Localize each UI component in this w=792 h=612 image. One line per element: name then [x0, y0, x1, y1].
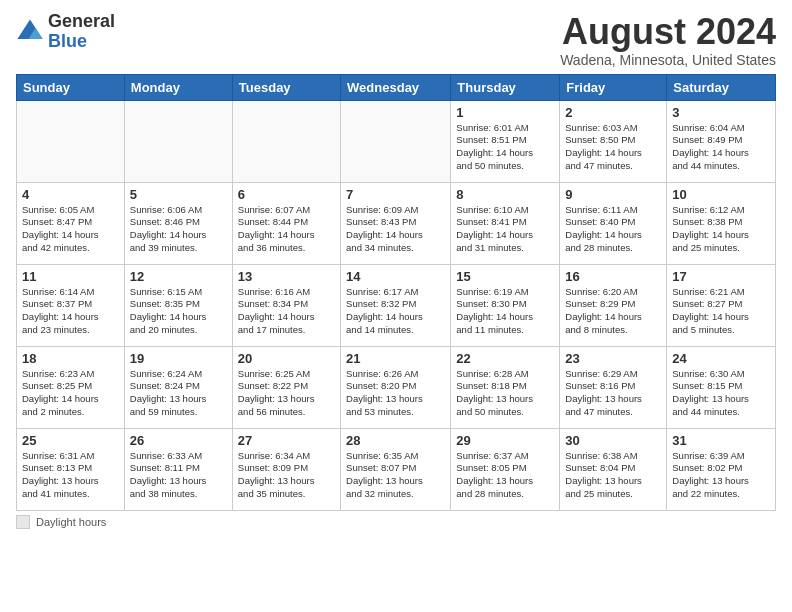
day-info: Sunrise: 6:15 AM Sunset: 8:35 PM Dayligh…	[130, 286, 227, 337]
day-info: Sunrise: 6:05 AM Sunset: 8:47 PM Dayligh…	[22, 204, 119, 255]
calendar-cell: 25Sunrise: 6:31 AM Sunset: 8:13 PM Dayli…	[17, 428, 125, 510]
week-row-4: 25Sunrise: 6:31 AM Sunset: 8:13 PM Dayli…	[17, 428, 776, 510]
day-info: Sunrise: 6:25 AM Sunset: 8:22 PM Dayligh…	[238, 368, 335, 419]
day-number: 25	[22, 433, 119, 448]
logo-general: General	[48, 12, 115, 32]
calendar-cell	[124, 100, 232, 182]
day-info: Sunrise: 6:06 AM Sunset: 8:46 PM Dayligh…	[130, 204, 227, 255]
header: General Blue August 2024 Wadena, Minneso…	[0, 0, 792, 74]
day-info: Sunrise: 6:39 AM Sunset: 8:02 PM Dayligh…	[672, 450, 770, 501]
calendar-cell: 7Sunrise: 6:09 AM Sunset: 8:43 PM Daylig…	[341, 182, 451, 264]
week-row-0: 1Sunrise: 6:01 AM Sunset: 8:51 PM Daylig…	[17, 100, 776, 182]
day-number: 11	[22, 269, 119, 284]
calendar-cell: 14Sunrise: 6:17 AM Sunset: 8:32 PM Dayli…	[341, 264, 451, 346]
day-info: Sunrise: 6:17 AM Sunset: 8:32 PM Dayligh…	[346, 286, 445, 337]
calendar-cell: 9Sunrise: 6:11 AM Sunset: 8:40 PM Daylig…	[560, 182, 667, 264]
calendar-cell: 18Sunrise: 6:23 AM Sunset: 8:25 PM Dayli…	[17, 346, 125, 428]
calendar-cell: 31Sunrise: 6:39 AM Sunset: 8:02 PM Dayli…	[667, 428, 776, 510]
calendar-cell: 28Sunrise: 6:35 AM Sunset: 8:07 PM Dayli…	[341, 428, 451, 510]
calendar-cell	[17, 100, 125, 182]
day-info: Sunrise: 6:38 AM Sunset: 8:04 PM Dayligh…	[565, 450, 661, 501]
calendar-cell: 6Sunrise: 6:07 AM Sunset: 8:44 PM Daylig…	[232, 182, 340, 264]
day-info: Sunrise: 6:24 AM Sunset: 8:24 PM Dayligh…	[130, 368, 227, 419]
calendar-cell: 5Sunrise: 6:06 AM Sunset: 8:46 PM Daylig…	[124, 182, 232, 264]
day-info: Sunrise: 6:03 AM Sunset: 8:50 PM Dayligh…	[565, 122, 661, 173]
day-header-thursday: Thursday	[451, 74, 560, 100]
day-number: 14	[346, 269, 445, 284]
week-row-3: 18Sunrise: 6:23 AM Sunset: 8:25 PM Dayli…	[17, 346, 776, 428]
day-info: Sunrise: 6:26 AM Sunset: 8:20 PM Dayligh…	[346, 368, 445, 419]
calendar-cell: 24Sunrise: 6:30 AM Sunset: 8:15 PM Dayli…	[667, 346, 776, 428]
calendar-cell	[232, 100, 340, 182]
day-info: Sunrise: 6:28 AM Sunset: 8:18 PM Dayligh…	[456, 368, 554, 419]
day-info: Sunrise: 6:20 AM Sunset: 8:29 PM Dayligh…	[565, 286, 661, 337]
day-info: Sunrise: 6:16 AM Sunset: 8:34 PM Dayligh…	[238, 286, 335, 337]
days-header-row: SundayMondayTuesdayWednesdayThursdayFrid…	[17, 74, 776, 100]
calendar-cell: 21Sunrise: 6:26 AM Sunset: 8:20 PM Dayli…	[341, 346, 451, 428]
calendar-cell: 17Sunrise: 6:21 AM Sunset: 8:27 PM Dayli…	[667, 264, 776, 346]
calendar-cell: 29Sunrise: 6:37 AM Sunset: 8:05 PM Dayli…	[451, 428, 560, 510]
calendar-cell	[341, 100, 451, 182]
day-info: Sunrise: 6:10 AM Sunset: 8:41 PM Dayligh…	[456, 204, 554, 255]
month-title: August 2024	[560, 12, 776, 52]
day-info: Sunrise: 6:23 AM Sunset: 8:25 PM Dayligh…	[22, 368, 119, 419]
day-info: Sunrise: 6:31 AM Sunset: 8:13 PM Dayligh…	[22, 450, 119, 501]
day-number: 27	[238, 433, 335, 448]
day-header-sunday: Sunday	[17, 74, 125, 100]
day-number: 7	[346, 187, 445, 202]
day-info: Sunrise: 6:30 AM Sunset: 8:15 PM Dayligh…	[672, 368, 770, 419]
day-header-tuesday: Tuesday	[232, 74, 340, 100]
day-info: Sunrise: 6:19 AM Sunset: 8:30 PM Dayligh…	[456, 286, 554, 337]
day-info: Sunrise: 6:07 AM Sunset: 8:44 PM Dayligh…	[238, 204, 335, 255]
day-number: 15	[456, 269, 554, 284]
day-number: 31	[672, 433, 770, 448]
day-number: 10	[672, 187, 770, 202]
day-info: Sunrise: 6:35 AM Sunset: 8:07 PM Dayligh…	[346, 450, 445, 501]
day-number: 5	[130, 187, 227, 202]
calendar-cell: 19Sunrise: 6:24 AM Sunset: 8:24 PM Dayli…	[124, 346, 232, 428]
day-number: 2	[565, 105, 661, 120]
day-number: 23	[565, 351, 661, 366]
title-block: August 2024 Wadena, Minnesota, United St…	[560, 12, 776, 68]
calendar-cell: 12Sunrise: 6:15 AM Sunset: 8:35 PM Dayli…	[124, 264, 232, 346]
calendar-wrap: SundayMondayTuesdayWednesdayThursdayFrid…	[0, 74, 792, 511]
calendar-cell: 8Sunrise: 6:10 AM Sunset: 8:41 PM Daylig…	[451, 182, 560, 264]
day-number: 6	[238, 187, 335, 202]
week-row-2: 11Sunrise: 6:14 AM Sunset: 8:37 PM Dayli…	[17, 264, 776, 346]
day-info: Sunrise: 6:01 AM Sunset: 8:51 PM Dayligh…	[456, 122, 554, 173]
day-number: 4	[22, 187, 119, 202]
day-number: 9	[565, 187, 661, 202]
week-row-1: 4Sunrise: 6:05 AM Sunset: 8:47 PM Daylig…	[17, 182, 776, 264]
logo: General Blue	[16, 12, 115, 52]
day-number: 19	[130, 351, 227, 366]
day-number: 26	[130, 433, 227, 448]
day-number: 13	[238, 269, 335, 284]
calendar-cell: 27Sunrise: 6:34 AM Sunset: 8:09 PM Dayli…	[232, 428, 340, 510]
calendar-cell: 26Sunrise: 6:33 AM Sunset: 8:11 PM Dayli…	[124, 428, 232, 510]
day-number: 29	[456, 433, 554, 448]
day-header-friday: Friday	[560, 74, 667, 100]
day-number: 1	[456, 105, 554, 120]
calendar-cell: 3Sunrise: 6:04 AM Sunset: 8:49 PM Daylig…	[667, 100, 776, 182]
calendar-cell: 10Sunrise: 6:12 AM Sunset: 8:38 PM Dayli…	[667, 182, 776, 264]
calendar-cell: 20Sunrise: 6:25 AM Sunset: 8:22 PM Dayli…	[232, 346, 340, 428]
day-number: 24	[672, 351, 770, 366]
day-number: 3	[672, 105, 770, 120]
day-number: 22	[456, 351, 554, 366]
day-number: 8	[456, 187, 554, 202]
daylight-box	[16, 515, 30, 529]
day-info: Sunrise: 6:12 AM Sunset: 8:38 PM Dayligh…	[672, 204, 770, 255]
day-info: Sunrise: 6:09 AM Sunset: 8:43 PM Dayligh…	[346, 204, 445, 255]
calendar-cell: 13Sunrise: 6:16 AM Sunset: 8:34 PM Dayli…	[232, 264, 340, 346]
calendar-cell: 30Sunrise: 6:38 AM Sunset: 8:04 PM Dayli…	[560, 428, 667, 510]
calendar-cell: 1Sunrise: 6:01 AM Sunset: 8:51 PM Daylig…	[451, 100, 560, 182]
day-number: 16	[565, 269, 661, 284]
footer: Daylight hours	[0, 511, 792, 533]
day-number: 12	[130, 269, 227, 284]
calendar-cell: 16Sunrise: 6:20 AM Sunset: 8:29 PM Dayli…	[560, 264, 667, 346]
calendar-table: SundayMondayTuesdayWednesdayThursdayFrid…	[16, 74, 776, 511]
day-info: Sunrise: 6:14 AM Sunset: 8:37 PM Dayligh…	[22, 286, 119, 337]
day-number: 28	[346, 433, 445, 448]
day-info: Sunrise: 6:21 AM Sunset: 8:27 PM Dayligh…	[672, 286, 770, 337]
day-header-monday: Monday	[124, 74, 232, 100]
